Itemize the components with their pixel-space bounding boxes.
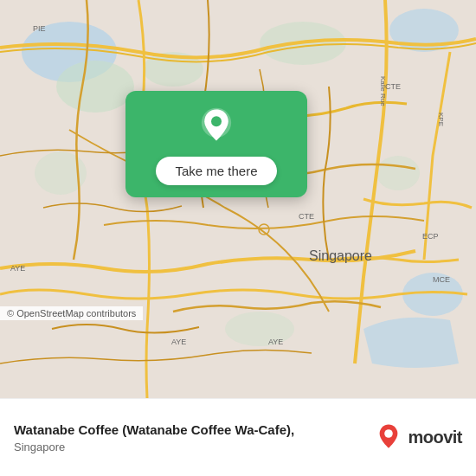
- location-card: Take me there: [125, 91, 307, 197]
- place-info: Watanabe Coffee (Watanabe Coffee Wa-Cafe…: [14, 421, 364, 453]
- bottom-bar: Watanabe Coffee (Watanabe Coffee Wa-Cafe…: [0, 398, 476, 476]
- svg-point-3: [402, 273, 463, 316]
- map-background: [0, 0, 476, 398]
- svg-point-4: [56, 61, 134, 113]
- map-container: PIE CTE KPE CTE AYE AYE AYE AYE ECP MCE …: [0, 0, 476, 398]
- svg-point-14: [211, 116, 222, 126]
- moovit-pin-icon: [375, 423, 402, 451]
- moovit-text: moovit: [408, 428, 462, 447]
- take-me-there-button[interactable]: Take me there: [156, 157, 276, 185]
- svg-point-8: [376, 156, 420, 190]
- attribution-bar: © OpenStreetMap contributors: [0, 306, 143, 320]
- svg-point-15: [385, 429, 394, 438]
- location-pin-icon: [196, 106, 237, 148]
- moovit-logo: moovit: [375, 423, 462, 453]
- place-name: Watanabe Coffee (Watanabe Coffee Wa-Cafe…: [14, 421, 364, 439]
- svg-point-9: [225, 312, 294, 346]
- place-location: Singapore: [14, 441, 364, 453]
